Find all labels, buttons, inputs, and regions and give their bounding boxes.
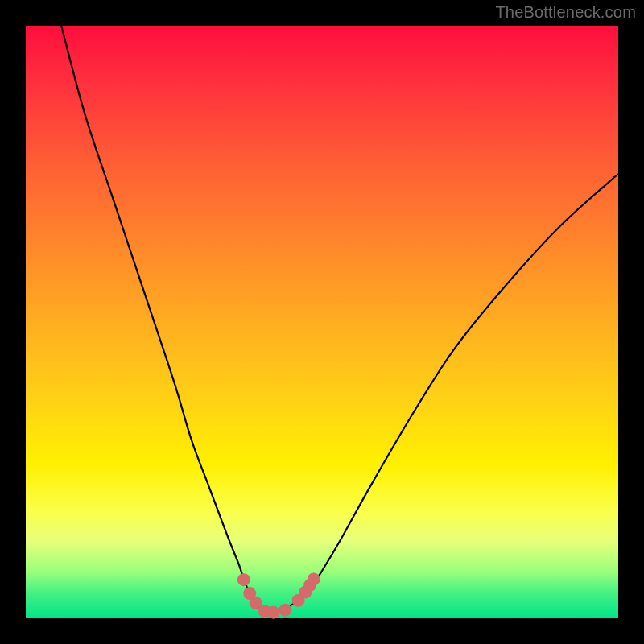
bottleneck-curve-path	[61, 26, 618, 613]
bottleneck-curve	[61, 26, 618, 613]
chart-frame: TheBottleneck.com	[0, 0, 644, 644]
watermark-label: TheBottleneck.com	[495, 3, 636, 22]
highlight-markers	[237, 572, 320, 618]
highlight-marker-dot	[279, 604, 291, 617]
highlight-marker-dot	[308, 572, 320, 585]
highlight-marker-dot	[237, 573, 250, 586]
plot-area	[26, 26, 618, 618]
curve-layer	[26, 26, 618, 618]
highlight-marker-dot	[267, 606, 280, 619]
